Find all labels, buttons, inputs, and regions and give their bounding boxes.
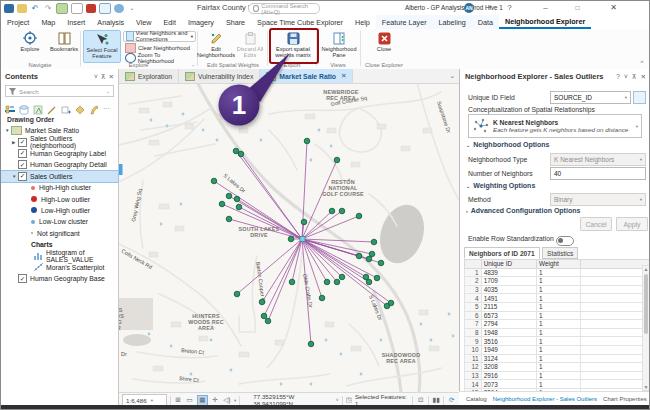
status-dropdown-icon[interactable]: ▾ [234,398,236,403]
panel-close-icon[interactable]: ✕ [641,73,646,81]
neighbor-point[interactable] [388,300,394,306]
number-of-neighbors-input[interactable]: 40 [550,167,646,180]
ribbon-tab-edit[interactable]: Edit [158,15,182,29]
ribbon-tab-feature-layer[interactable]: Feature Layer [376,15,433,29]
close-explorer-button[interactable]: Close [367,30,401,61]
redo-icon[interactable]: ↷ [43,4,53,13]
view-neighbors-dropdown[interactable]: View Neighbors and Connections▾ [123,31,196,41]
row-standardization-toggle[interactable] [556,236,574,246]
contents-collapse-icon[interactable]: ˅ [94,73,98,81]
panel-help-icon[interactable]: ? [616,73,620,81]
ribbon-tab-labeling[interactable]: Labeling [433,15,472,29]
locate-icon[interactable] [71,3,83,14]
ribbon-tab-map[interactable]: Map [35,15,61,29]
neighbor-point[interactable] [226,193,232,199]
list-by-drawing-order-icon[interactable] [5,100,15,112]
layer-checkbox[interactable]: ✓ [18,149,27,158]
table-row[interactable]: 414911 [465,294,650,303]
neighbor-point[interactable] [259,299,265,305]
layer-checkbox[interactable]: ✓ [18,274,27,283]
toolbar-overflow-icon[interactable]: … [103,103,110,110]
dock-tab-catalog[interactable]: Catalog [463,396,490,402]
open-project-icon[interactable] [17,4,27,13]
neighbor-point[interactable] [236,204,242,210]
layer-tree-item[interactable]: Low-Low cluster [1,216,118,227]
neighborhood-options-section[interactable]: ⌄Neighborhood Options [466,141,549,148]
maximize-button[interactable]: □ [571,2,584,13]
table-row[interactable]: 1019491 [465,345,650,354]
dock-tab-neighborhood[interactable]: Neighborhood Explorer - Sales Outliers [490,396,600,402]
list-by-data-source-icon[interactable] [19,101,29,111]
map-view-tab[interactable]: Exploration [119,69,179,83]
neighbor-point[interactable] [374,275,380,281]
map-icon[interactable] [56,3,68,14]
panel-pin-icon[interactable]: ⊼ [632,73,637,81]
crosshair-icon[interactable]: ✛ [211,396,220,405]
table-row[interactable]: 340351 [465,285,650,294]
layer-tree-item[interactable]: ✓Human Geography Base [1,273,118,284]
globe-icon[interactable] [114,4,124,13]
selection-icon[interactable]: ◳ [346,396,352,405]
focal-feature-marker[interactable] [300,237,305,242]
audio-icon[interactable]: ◁) [222,396,231,405]
neighbor-point[interactable] [339,208,345,214]
neighbor-point[interactable] [238,151,244,157]
neighbor-point[interactable] [378,260,384,266]
layer-tree-item[interactable]: Not significant [1,228,118,239]
table-row[interactable]: 819481 [465,328,650,337]
table-row[interactable]: 727941 [465,320,650,329]
field-options-icon[interactable] [633,91,646,104]
weighting-options-section[interactable]: ⌄Weighting Options [466,182,535,189]
neighbor-point[interactable] [356,253,362,259]
undo-icon[interactable]: ↶ [30,4,40,13]
help-icon[interactable]: ? [503,2,516,13]
layer-tree-item[interactable]: ✓Human Geography Label [1,148,118,159]
table-row[interactable]: 217091 [465,277,650,286]
table-row[interactable]: 1329161 [465,371,650,380]
list-by-editing-icon[interactable] [47,101,57,111]
contents-pin-icon[interactable]: ⊼ [101,73,106,81]
close-window-button[interactable]: ✕ [607,2,620,13]
contents-search-input[interactable]: Search ⌄ [5,85,114,97]
list-by-charts-icon[interactable] [89,101,99,111]
panel-collapse-icon[interactable]: ˅ [624,73,628,81]
layer-tree-item[interactable]: High-High cluster [1,182,118,193]
table-row[interactable]: 1420731 [465,380,650,389]
list-by-snapping-icon[interactable] [61,101,71,111]
notifications-bell-icon[interactable]: ◔ [483,2,496,13]
tab-statistics[interactable]: Statistics [542,247,578,259]
dialog-launcher-icon[interactable]: ⌐ [192,62,195,68]
ribbon-tab-view[interactable]: View [130,15,157,29]
ribbon-tab-space-time-cube-explorer[interactable]: Space Time Cube Explorer [251,15,349,29]
layer-tree-item[interactable]: ▼✓Sales Outliers [1,171,118,182]
neighbor-point[interactable] [334,279,340,285]
neighbor-point[interactable] [234,291,240,297]
qat-customize-icon[interactable]: ⌄ [127,4,137,13]
save-icon[interactable] [4,4,14,13]
collapse-ribbon-icon[interactable]: ⌃ [639,60,645,68]
table-row[interactable]: 521151 [465,302,650,311]
map-view-tab[interactable]: Market Sale Ratio✕ [260,69,353,83]
map-view-tab[interactable]: Vulnerability Index [179,69,260,83]
ribbon-tab-insert[interactable]: Insert [61,15,91,29]
neighbor-point[interactable] [261,313,267,319]
neighbor-point[interactable] [308,341,314,347]
coords-dropdown-icon[interactable]: ˅ [336,397,339,403]
table-row[interactable]: 935161 [465,337,650,346]
dock-tab-chart[interactable]: Chart Properties [600,396,650,402]
tab-neighbors[interactable]: Neighbors of ID 2071 [464,247,540,259]
select-focal-feature-button[interactable]: Select Focal Feature [83,30,121,63]
neighbor-point[interactable] [371,239,377,245]
layer-checkbox[interactable]: ✓ [18,160,27,169]
layer-tree-item[interactable]: Moran's Scatterplot [1,262,118,273]
map-canvas[interactable]: Golf Course SqSoapstone DrS Lakes DrGrey… [119,84,459,392]
square-icon[interactable]: ▭ [185,396,194,405]
table-row[interactable]: 665731 [465,311,650,320]
layer-tree-item[interactable]: ▶✓Sales Outliers (neighborhood) [1,136,118,147]
tab-overflow-icon[interactable]: ⌄ [449,69,459,83]
search-dropdown-icon[interactable]: ⌄ [106,88,110,94]
neighbor-point[interactable] [329,208,335,214]
minimize-button[interactable]: – [539,2,552,13]
neighbor-point[interactable] [226,216,232,222]
layer-checkbox[interactable]: ✓ [18,172,27,181]
